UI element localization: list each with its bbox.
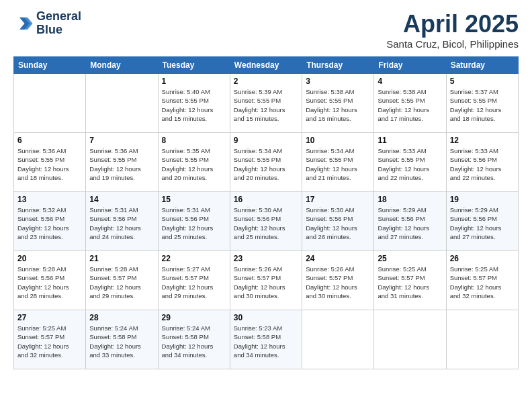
day-number: 10 [306, 136, 370, 145]
logo-icon [13, 13, 34, 34]
day-number: 2 [234, 77, 298, 86]
day-info: Sunrise: 5:32 AM Sunset: 5:56 PM Dayligh… [17, 205, 82, 241]
day-number: 11 [378, 136, 442, 145]
day-number: 29 [162, 313, 226, 322]
day-info: Sunrise: 5:23 AM Sunset: 5:58 PM Dayligh… [234, 324, 298, 359]
calendar-cell: 21Sunrise: 5:28 AM Sunset: 5:57 PM Dayli… [86, 251, 158, 310]
month-title: April 2025 [386, 10, 519, 38]
day-info: Sunrise: 5:28 AM Sunset: 5:56 PM Dayligh… [17, 265, 82, 300]
day-info: Sunrise: 5:37 AM Sunset: 5:55 PM Dayligh… [450, 87, 515, 123]
day-info: Sunrise: 5:40 AM Sunset: 5:55 PM Dayligh… [162, 87, 226, 123]
location-subtitle: Santa Cruz, Bicol, Philippines [386, 38, 519, 50]
calendar-week-row: 1Sunrise: 5:40 AM Sunset: 5:55 PM Daylig… [14, 74, 519, 133]
weekday-header: Tuesday [158, 57, 230, 74]
calendar-cell: 8Sunrise: 5:35 AM Sunset: 5:55 PM Daylig… [158, 133, 230, 192]
logo: General Blue [13, 10, 81, 37]
day-number: 8 [162, 136, 226, 145]
day-number: 4 [378, 77, 442, 86]
day-info: Sunrise: 5:34 AM Sunset: 5:55 PM Dayligh… [234, 146, 298, 182]
calendar-cell: 6Sunrise: 5:36 AM Sunset: 5:55 PM Daylig… [14, 133, 86, 192]
calendar-cell: 18Sunrise: 5:29 AM Sunset: 5:56 PM Dayli… [374, 192, 446, 251]
day-number: 27 [17, 313, 82, 322]
day-info: Sunrise: 5:34 AM Sunset: 5:55 PM Dayligh… [306, 146, 370, 182]
calendar-cell: 20Sunrise: 5:28 AM Sunset: 5:56 PM Dayli… [14, 251, 86, 310]
day-number: 19 [450, 195, 515, 204]
calendar-cell: 5Sunrise: 5:37 AM Sunset: 5:55 PM Daylig… [446, 74, 518, 133]
weekday-header: Friday [374, 57, 446, 74]
day-info: Sunrise: 5:30 AM Sunset: 5:56 PM Dayligh… [234, 205, 298, 241]
weekday-header: Saturday [446, 57, 518, 74]
calendar-cell: 9Sunrise: 5:34 AM Sunset: 5:55 PM Daylig… [230, 133, 302, 192]
day-info: Sunrise: 5:36 AM Sunset: 5:55 PM Dayligh… [17, 146, 82, 182]
calendar-cell [302, 310, 374, 369]
weekday-header-row: SundayMondayTuesdayWednesdayThursdayFrid… [14, 57, 519, 74]
day-info: Sunrise: 5:24 AM Sunset: 5:58 PM Dayligh… [162, 324, 226, 359]
logo-line2: Blue [36, 24, 81, 37]
weekday-header: Thursday [302, 57, 374, 74]
day-number: 24 [306, 254, 370, 263]
day-info: Sunrise: 5:25 AM Sunset: 5:57 PM Dayligh… [450, 265, 515, 300]
calendar-cell: 16Sunrise: 5:30 AM Sunset: 5:56 PM Dayli… [230, 192, 302, 251]
calendar-cell [446, 310, 518, 369]
day-number: 26 [450, 254, 515, 263]
calendar-cell: 10Sunrise: 5:34 AM Sunset: 5:55 PM Dayli… [302, 133, 374, 192]
day-info: Sunrise: 5:31 AM Sunset: 5:56 PM Dayligh… [89, 205, 154, 241]
day-number: 9 [234, 136, 298, 145]
calendar-cell: 2Sunrise: 5:39 AM Sunset: 5:55 PM Daylig… [230, 74, 302, 133]
day-number: 14 [89, 195, 154, 204]
day-info: Sunrise: 5:33 AM Sunset: 5:56 PM Dayligh… [450, 146, 515, 182]
logo-line1: General [36, 10, 81, 24]
calendar-cell: 1Sunrise: 5:40 AM Sunset: 5:55 PM Daylig… [158, 74, 230, 133]
day-info: Sunrise: 5:29 AM Sunset: 5:56 PM Dayligh… [378, 205, 442, 241]
day-info: Sunrise: 5:33 AM Sunset: 5:55 PM Dayligh… [378, 146, 442, 182]
calendar-cell: 3Sunrise: 5:38 AM Sunset: 5:55 PM Daylig… [302, 74, 374, 133]
day-info: Sunrise: 5:30 AM Sunset: 5:56 PM Dayligh… [306, 205, 370, 241]
day-info: Sunrise: 5:26 AM Sunset: 5:57 PM Dayligh… [234, 265, 298, 300]
day-info: Sunrise: 5:26 AM Sunset: 5:57 PM Dayligh… [306, 265, 370, 300]
weekday-header: Wednesday [230, 57, 302, 74]
day-number: 25 [378, 254, 442, 263]
day-number: 18 [378, 195, 442, 204]
calendar-week-row: 6Sunrise: 5:36 AM Sunset: 5:55 PM Daylig… [14, 133, 519, 192]
calendar-cell: 26Sunrise: 5:25 AM Sunset: 5:57 PM Dayli… [446, 251, 518, 310]
day-number: 5 [450, 77, 515, 86]
calendar-cell: 27Sunrise: 5:25 AM Sunset: 5:57 PM Dayli… [14, 310, 86, 369]
day-info: Sunrise: 5:31 AM Sunset: 5:56 PM Dayligh… [162, 205, 226, 241]
day-number: 21 [89, 254, 154, 263]
header: General Blue April 2025 Santa Cruz, Bico… [13, 10, 519, 50]
day-number: 3 [306, 77, 370, 86]
calendar-week-row: 20Sunrise: 5:28 AM Sunset: 5:56 PM Dayli… [14, 251, 519, 310]
calendar-cell: 30Sunrise: 5:23 AM Sunset: 5:58 PM Dayli… [230, 310, 302, 369]
calendar-cell [374, 310, 446, 369]
calendar-cell: 19Sunrise: 5:29 AM Sunset: 5:56 PM Dayli… [446, 192, 518, 251]
day-number: 28 [89, 313, 154, 322]
title-block: April 2025 Santa Cruz, Bicol, Philippine… [386, 10, 519, 50]
day-info: Sunrise: 5:38 AM Sunset: 5:55 PM Dayligh… [306, 87, 370, 123]
calendar-cell: 7Sunrise: 5:36 AM Sunset: 5:55 PM Daylig… [86, 133, 158, 192]
day-number: 30 [234, 313, 298, 322]
calendar-week-row: 13Sunrise: 5:32 AM Sunset: 5:56 PM Dayli… [14, 192, 519, 251]
calendar-cell [86, 74, 158, 133]
day-number: 6 [17, 136, 82, 145]
day-number: 20 [17, 254, 82, 263]
day-number: 1 [162, 77, 226, 86]
day-info: Sunrise: 5:39 AM Sunset: 5:55 PM Dayligh… [234, 87, 298, 123]
day-info: Sunrise: 5:38 AM Sunset: 5:55 PM Dayligh… [378, 87, 442, 123]
calendar-cell: 17Sunrise: 5:30 AM Sunset: 5:56 PM Dayli… [302, 192, 374, 251]
day-info: Sunrise: 5:25 AM Sunset: 5:57 PM Dayligh… [17, 324, 82, 359]
calendar-cell [14, 74, 86, 133]
day-info: Sunrise: 5:24 AM Sunset: 5:58 PM Dayligh… [89, 324, 154, 359]
calendar-cell: 13Sunrise: 5:32 AM Sunset: 5:56 PM Dayli… [14, 192, 86, 251]
calendar-cell: 14Sunrise: 5:31 AM Sunset: 5:56 PM Dayli… [86, 192, 158, 251]
day-number: 13 [17, 195, 82, 204]
day-number: 23 [234, 254, 298, 263]
calendar-cell: 29Sunrise: 5:24 AM Sunset: 5:58 PM Dayli… [158, 310, 230, 369]
weekday-header: Sunday [14, 57, 86, 74]
calendar-cell: 24Sunrise: 5:26 AM Sunset: 5:57 PM Dayli… [302, 251, 374, 310]
day-number: 17 [306, 195, 370, 204]
day-info: Sunrise: 5:29 AM Sunset: 5:56 PM Dayligh… [450, 205, 515, 241]
day-number: 7 [89, 136, 154, 145]
calendar-table: SundayMondayTuesdayWednesdayThursdayFrid… [13, 56, 519, 369]
day-info: Sunrise: 5:25 AM Sunset: 5:57 PM Dayligh… [378, 265, 442, 300]
weekday-header: Monday [86, 57, 158, 74]
